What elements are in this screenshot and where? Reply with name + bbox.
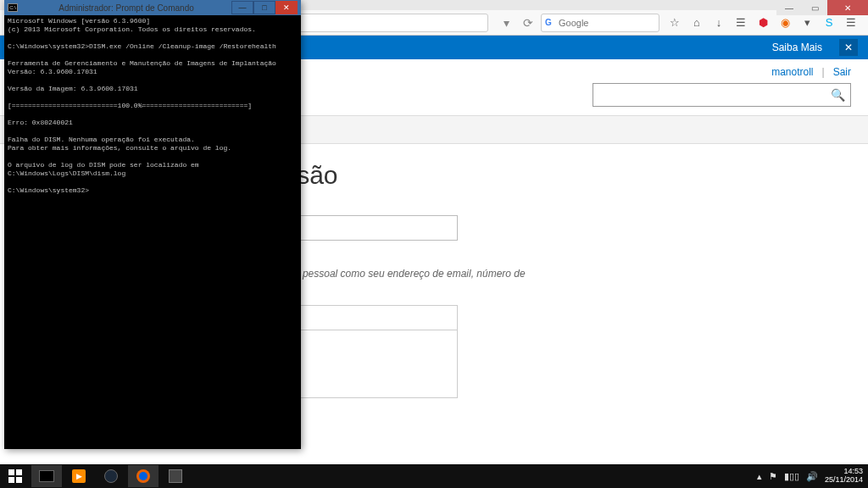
cmd-output[interactable]: Microsoft Windows [versão 6.3.9600] (c) … (4, 15, 301, 449)
taskbar-media-player[interactable]: ▶ (64, 465, 94, 487)
taskbar-firefox[interactable] (128, 465, 159, 487)
sign-out-link[interactable]: Sair (833, 66, 851, 78)
tray-network-icon[interactable]: ▮▯▯ (784, 471, 799, 482)
toolbar-addon-icons: ☆ ⌂ ↓ ☰ ⬢ ◉ ▾ S ☰ (663, 16, 863, 30)
cmd-close-button[interactable]: ✕ (275, 1, 298, 14)
bookmark-icon[interactable]: ☆ (668, 16, 682, 30)
svg-rect-2 (8, 477, 14, 483)
cmd-icon: C:\ (8, 3, 18, 12)
skype-icon[interactable]: S (822, 16, 836, 30)
menu-icon[interactable]: ☰ (844, 16, 858, 30)
dropdown-icon[interactable]: ▾ (497, 14, 515, 32)
tray-flag-icon[interactable]: ⚑ (769, 471, 777, 482)
addon-icon[interactable]: ◉ (778, 16, 792, 30)
taskbar-clock[interactable]: 14:53 25/11/2014 (825, 468, 863, 485)
banner-learn-more-link[interactable]: Saiba Mais (772, 42, 822, 53)
banner-close-button[interactable]: ✕ (839, 39, 858, 56)
reload-icon[interactable]: ⟳ (519, 14, 537, 32)
taskbar-steam[interactable] (96, 465, 126, 487)
svg-rect-3 (16, 477, 22, 483)
site-search-box[interactable]: 🔍 (593, 83, 851, 107)
adblock-icon[interactable]: ⬢ (756, 16, 770, 30)
cmd-title: Administrador: Prompt de Comando (21, 3, 231, 13)
taskbar-app[interactable] (160, 465, 191, 487)
tray-volume-icon[interactable]: 🔊 (806, 471, 818, 482)
browser-search-input[interactable] (559, 18, 643, 28)
home-icon[interactable]: ⌂ (690, 16, 704, 30)
browser-close-button[interactable]: ✕ (827, 0, 868, 15)
google-icon: G (545, 18, 555, 28)
browser-maximize-button[interactable]: ▭ (802, 0, 827, 15)
cmd-minimize-button[interactable]: — (231, 1, 253, 14)
command-prompt-window: C:\ Administrador: Prompt de Comando — □… (4, 0, 301, 449)
cmd-titlebar[interactable]: C:\ Administrador: Prompt de Comando — □… (4, 0, 301, 15)
clock-date: 25/11/2014 (825, 476, 863, 485)
browser-minimize-button[interactable]: — (776, 0, 802, 15)
cmd-maximize-button[interactable]: □ (253, 1, 275, 14)
taskbar: ▶ ▴ ⚑ ▮▯▯ 🔊 14:53 25/11/2014 (0, 464, 868, 488)
addon2-icon[interactable]: ▾ (800, 16, 814, 30)
taskbar-cmd[interactable] (31, 465, 62, 487)
start-button[interactable] (0, 464, 31, 488)
svg-rect-1 (16, 469, 22, 475)
separator: | (822, 66, 825, 78)
svg-rect-0 (8, 469, 14, 475)
browser-search-box[interactable]: G (541, 14, 659, 32)
downloads-icon[interactable]: ↓ (712, 16, 726, 30)
history-icon[interactable]: ☰ (734, 16, 748, 30)
system-tray: ▴ ⚑ ▮▯▯ 🔊 14:53 25/11/2014 (752, 468, 868, 485)
search-icon[interactable]: 🔍 (831, 88, 845, 102)
tray-up-icon[interactable]: ▴ (757, 471, 762, 482)
windows-logo-icon (8, 469, 22, 483)
user-profile-link[interactable]: manotroll (771, 66, 813, 78)
browser-window-controls: — ▭ ✕ (776, 0, 868, 15)
